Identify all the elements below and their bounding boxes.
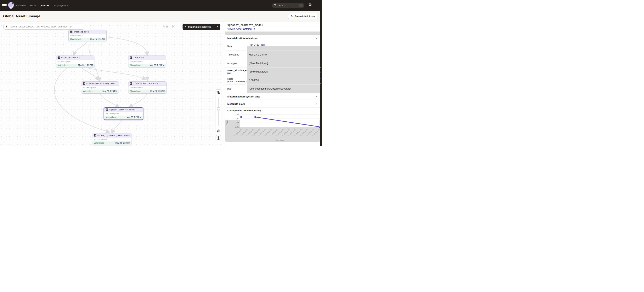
top-nav: OverviewRunsAssetsDeployment Search... /… bbox=[0, 0, 322, 11]
menu-icon[interactable] bbox=[2, 4, 6, 7]
nav-item-overview[interactable]: Overview bbox=[15, 4, 26, 7]
global-search[interactable]: Search... / bbox=[272, 3, 304, 8]
nav-menu: OverviewRunsAssetsDeployment bbox=[15, 0, 68, 11]
search-placeholder: Search... bbox=[278, 4, 300, 7]
zoom-control bbox=[216, 89, 221, 134]
asset-node-label: transformed_training_data bbox=[86, 83, 115, 85]
asset-node-latest_predictions[interactable]: latest_…_comment_predictionsNo descripti… bbox=[92, 133, 132, 145]
chevron-right-icon: ▶ bbox=[316, 96, 317, 98]
show-markdown-link[interactable]: [Show Markdown] bbox=[249, 70, 268, 73]
asset-node-header: tfidf_vectorizer bbox=[56, 56, 94, 60]
refresh-icon[interactable]: ↻ bbox=[172, 25, 174, 29]
table-icon bbox=[70, 31, 72, 33]
metadata-row-path: path/Users/odetteharary/Documents/versio… bbox=[225, 85, 320, 93]
svg-text:Value: Value bbox=[226, 120, 228, 125]
asset-node-header: test_data bbox=[128, 56, 166, 60]
metadata-row-Run: RunRun 242374ad bbox=[225, 42, 320, 51]
svg-text:0.40: 0.40 bbox=[235, 117, 239, 120]
asset-node-header: xgboost_comments_model bbox=[104, 108, 143, 112]
metadata-value: 0.300855 bbox=[247, 76, 320, 84]
zoom-out-button[interactable] bbox=[216, 128, 221, 134]
table-icon bbox=[83, 82, 85, 85]
metadata-label: score (mean_absolute_error) bbox=[225, 76, 247, 84]
page-title: Global Asset Lineage bbox=[3, 14, 40, 18]
table-icon bbox=[130, 82, 132, 85]
asset-node-description: No description bbox=[92, 137, 132, 141]
nav-item-deployment[interactable]: Deployment bbox=[54, 4, 68, 7]
asset-node-transformed_training_data[interactable]: transformed_training_dataNo descriptionM… bbox=[81, 81, 119, 94]
asset-node-xgboost_comments_model[interactable]: xgboost_comments_modelNo descriptionMate… bbox=[104, 107, 143, 120]
asset-node-label: test_data bbox=[134, 57, 144, 59]
zoom-in-icon bbox=[217, 91, 220, 95]
asset-node-footer: MaterializedMay 23, 1:23 PM bbox=[81, 90, 118, 93]
section-metadata-plots[interactable]: Metadata plots ▼ bbox=[225, 100, 320, 108]
chart-title: score (mean_absolute_error) bbox=[225, 108, 320, 114]
metadata-label: rmse plot bbox=[225, 59, 247, 67]
asset-filter-input[interactable] bbox=[9, 25, 82, 28]
materialize-dropdown-caret[interactable]: ▼ bbox=[215, 26, 220, 28]
download-icon bbox=[216, 136, 220, 140]
materialized-status: Materialized bbox=[58, 64, 68, 67]
metadata-value: [Show Markdown] bbox=[247, 59, 320, 67]
asset-node-footer: MaterializedMay 23, 1:23 PM bbox=[128, 90, 166, 93]
materialized-status: Materialized bbox=[94, 142, 104, 145]
main-content: training_dataNo descriptionMaterializedM… bbox=[0, 22, 322, 146]
svg-text:0.35: 0.35 bbox=[235, 121, 239, 124]
download-image-button[interactable] bbox=[216, 135, 221, 141]
section-materialization-system-tags[interactable]: Materialization system tags ▶ bbox=[225, 93, 320, 100]
dagster-logo-icon[interactable] bbox=[7, 1, 15, 10]
asset-node-description: No description bbox=[81, 86, 118, 90]
svg-text:0.30: 0.30 bbox=[235, 126, 239, 128]
asset-node-description: No description bbox=[128, 60, 166, 64]
zoom-slider[interactable] bbox=[216, 96, 221, 128]
asset-node-description: No description bbox=[68, 34, 106, 38]
asset-node-footer: MaterializedMay 23, 1:23 PM bbox=[92, 141, 132, 145]
svg-text:Timestamp: Timestamp bbox=[274, 139, 284, 141]
materialized-status: Materialized bbox=[70, 38, 80, 41]
sparkle-icon: ✦ bbox=[185, 25, 187, 28]
asset-node-description: No description bbox=[128, 86, 166, 90]
search-shortcut-key: / bbox=[300, 4, 303, 7]
materialized-timestamp: May 23, 1:23 PM bbox=[150, 64, 164, 67]
asset-node-tfidf_vectorizer[interactable]: tfidf_vectorizerNo descriptionMaterializ… bbox=[56, 56, 94, 68]
asset-node-footer: MaterializedMay 23, 1:23 PM bbox=[68, 38, 106, 42]
data-point[interactable] bbox=[240, 116, 242, 118]
op-selector-icon: ✱ bbox=[6, 25, 8, 28]
horizontal-scrollbar-track[interactable] bbox=[225, 32, 320, 35]
asset-node-transformed_test_data[interactable]: transformed_test_dataNo descriptionMater… bbox=[128, 81, 167, 94]
zoom-slider-handle[interactable] bbox=[217, 107, 220, 110]
show-markdown-link[interactable]: [Show Markdown] bbox=[249, 62, 268, 65]
chevron-down-icon: ▼ bbox=[316, 103, 317, 105]
materialize-selected-button[interactable]: ✦ Materialize selected ▼ bbox=[182, 24, 220, 30]
nav-item-runs[interactable]: Runs bbox=[30, 4, 36, 7]
data-point[interactable] bbox=[254, 116, 256, 118]
metadata-label: path bbox=[225, 85, 247, 93]
table-icon bbox=[106, 109, 108, 111]
zoom-in-button[interactable] bbox=[216, 90, 221, 96]
view-in-asset-catalog-link[interactable]: View in Asset Catalog bbox=[227, 28, 318, 30]
asset-node-label: transformed_test_data bbox=[134, 83, 158, 85]
page-header: Global Asset Lineage ↻ Reload definition… bbox=[0, 11, 322, 22]
nav-item-assets[interactable]: Assets bbox=[41, 4, 50, 7]
metadata-row-score-mean_absolute_error-: score (mean_absolute_error)0.300855 bbox=[225, 76, 320, 85]
asset-filter-box[interactable]: ✱ bbox=[4, 24, 84, 30]
materialized-status: Materialized bbox=[83, 90, 93, 93]
asset-node-test_data[interactable]: test_dataNo descriptionMaterializedMay 2… bbox=[128, 56, 166, 68]
metadata-value: [Show Markdown] bbox=[247, 68, 320, 76]
search-icon bbox=[274, 4, 277, 7]
asset-name-title: xgboost_comments_model bbox=[227, 24, 318, 27]
asset-node-training_data[interactable]: training_dataNo descriptionMaterializedM… bbox=[68, 30, 107, 42]
path-link[interactable]: /Users/odetteharary/Documents/version bbox=[249, 87, 291, 90]
section-materialization-last-run[interactable]: Materialization in last run ▼ bbox=[225, 35, 320, 42]
score-chart-svg: 0.300.350.400.451:20:36 p.m.1:20:48 p.m.… bbox=[225, 114, 320, 144]
asset-lineage-graph[interactable]: training_dataNo descriptionMaterializedM… bbox=[0, 22, 225, 146]
settings-gear-icon[interactable]: ⚙ bbox=[308, 3, 312, 7]
materialized-timestamp: May 23, 1:23 PM bbox=[90, 38, 105, 41]
materialized-status: Materialized bbox=[106, 116, 116, 119]
run-id-link[interactable]: 242374ad bbox=[254, 44, 265, 46]
right-edge-window-strip bbox=[320, 11, 322, 146]
reload-definitions-button[interactable]: ↻ Reload definitions bbox=[288, 13, 318, 19]
metadata-row-mean_absolute_error-plot: mean_absolute_error plot[Show Markdown] bbox=[225, 68, 320, 76]
svg-text:0.45: 0.45 bbox=[235, 114, 239, 116]
score-line-chart: 0.300.350.400.451:20:36 p.m.1:20:48 p.m.… bbox=[225, 114, 320, 144]
